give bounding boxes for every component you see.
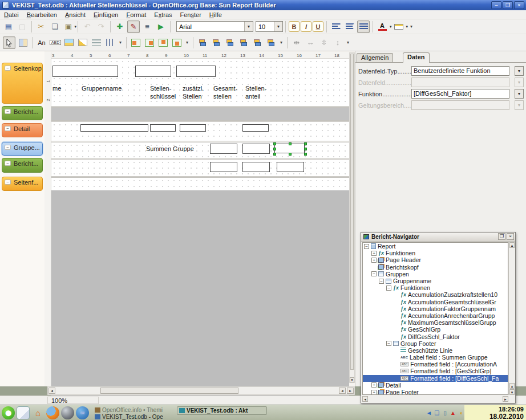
volume-icon[interactable]: ◄ xyxy=(425,409,433,417)
expand-icon[interactable]: + xyxy=(371,390,377,395)
tree-item[interactable]: +Page Header xyxy=(363,256,508,263)
report-field-box[interactable] xyxy=(242,124,269,132)
align-left-button[interactable] xyxy=(330,21,342,33)
collapse-icon[interactable]: − xyxy=(5,180,11,185)
label-field-icon[interactable]: An xyxy=(35,36,48,49)
menu-ansicht[interactable]: Ansicht xyxy=(61,11,90,19)
chart-icon[interactable] xyxy=(76,36,89,49)
tree-item[interactable]: ƒxAccumulationGesamtschlüsselGr xyxy=(363,299,508,305)
resize-options-icon[interactable]: ▾ xyxy=(345,36,351,49)
graphic-icon[interactable] xyxy=(63,36,75,49)
font-size-combo[interactable]: 10▼ xyxy=(256,21,283,32)
tree-item[interactable]: ABCFormatted field : [DiffGesSchl_Fa xyxy=(363,375,508,382)
text-box-icon[interactable]: ABD xyxy=(49,36,62,49)
report-field-box[interactable] xyxy=(176,66,216,77)
horizontal-line-icon[interactable] xyxy=(90,36,103,49)
tree-item[interactable]: Berichtskopf xyxy=(363,264,508,271)
klipper-icon[interactable]: ▯ xyxy=(441,409,449,417)
report-field-box[interactable] xyxy=(242,144,270,154)
font-name-dropdown-icon[interactable]: ▼ xyxy=(244,22,253,31)
taskbar-clock[interactable]: 18:26:09 18.02.2010 xyxy=(464,405,526,420)
vertical-line-icon[interactable] xyxy=(104,36,116,49)
report-header-section[interactable] xyxy=(51,108,349,120)
column-header-label[interactable]: Stellen- schlüssel xyxy=(150,84,176,100)
tree-item[interactable]: ƒxAccumulationAnrechenbarGrupp xyxy=(363,312,508,319)
select-report-icon[interactable] xyxy=(17,36,29,49)
tree-item[interactable]: −Gruppenname xyxy=(363,278,508,284)
navigator-vertical-scrollbar[interactable]: ▲ ▲ ▼ xyxy=(508,242,515,395)
scroll-left2-icon[interactable]: ◄ xyxy=(339,388,346,394)
menu-bearbeiten[interactable]: Bearbeiten xyxy=(23,11,61,19)
object-align-bottom-icon[interactable] xyxy=(265,36,277,49)
section-align-options-icon[interactable]: ▾ xyxy=(184,36,190,49)
tab-daten[interactable]: Daten xyxy=(403,52,430,63)
group-footer-label[interactable]: Summen Gruppe xyxy=(146,145,194,153)
bold-button[interactable]: B xyxy=(289,21,300,32)
cut-icon[interactable]: ✂ xyxy=(35,21,47,33)
column-header-label[interactable]: me xyxy=(52,84,61,92)
selection-handle[interactable] xyxy=(273,142,276,145)
tree-item[interactable]: ABCLabel field : Summen Gruppe xyxy=(363,354,508,361)
align-right-button[interactable] xyxy=(357,21,370,33)
scroll-left-icon[interactable]: ◄ xyxy=(48,388,55,394)
printer-icon[interactable]: ❑ xyxy=(433,409,441,417)
combo-dropdown-icon[interactable]: ▼ xyxy=(515,66,524,76)
section-tab-seitenf[interactable]: −Seitenf... xyxy=(2,177,43,191)
hscroll-thumb[interactable] xyxy=(100,388,238,394)
report-field-box[interactable] xyxy=(277,162,304,172)
tree-item[interactable]: ABCFormatted field : [AccumulationA xyxy=(363,361,508,368)
expand-icon[interactable]: + xyxy=(371,382,377,388)
navigator-horizontal-scrollbar[interactable]: ◄ ► xyxy=(362,395,508,403)
canvas-horizontal-scrollbar[interactable]: ◄ ◄ ► xyxy=(47,386,355,395)
selection-handle[interactable] xyxy=(304,142,307,145)
task-button[interactable]: VEKIST_Test.odb : Akt xyxy=(177,406,267,415)
align-section-bottom-icon[interactable] xyxy=(171,36,183,49)
detail-section[interactable] xyxy=(51,122,349,141)
copy-icon[interactable]: ❏ xyxy=(48,21,61,33)
vscroll-thumb[interactable] xyxy=(350,54,354,370)
scroll-right-icon[interactable]: ► xyxy=(347,388,354,394)
combo-dropdown-icon[interactable]: ▼ xyxy=(515,89,524,99)
restore-button[interactable]: ❐ xyxy=(503,1,513,9)
underline-button[interactable]: U xyxy=(313,21,323,32)
font-size-dropdown-icon[interactable]: ▼ xyxy=(274,22,282,31)
property-value-combo[interactable]: [DiffGesSchl_Faktor] xyxy=(411,89,509,99)
collapse-icon[interactable]: − xyxy=(5,66,11,71)
report-field-box[interactable] xyxy=(210,162,237,172)
nav-scroll-left-icon[interactable]: ◄ xyxy=(362,396,368,402)
selection-handle[interactable] xyxy=(273,153,276,156)
window-titlebar[interactable]: VEKIST_Test.odb : Aktueller Stellenschlü… xyxy=(0,0,526,10)
property-value-combo[interactable]: Benutzerdefinierte Funktion xyxy=(411,66,509,76)
warning-icon[interactable]: ▲ xyxy=(449,409,457,417)
toolbar1-overflow-icon[interactable]: ▾ xyxy=(408,21,414,33)
align-section-left-icon[interactable] xyxy=(130,36,142,49)
align-center-button[interactable] xyxy=(343,21,356,33)
tree-item[interactable]: ƒxGesSchlGrp xyxy=(363,326,508,333)
nav-scroll-up-icon[interactable]: ▲ xyxy=(509,242,515,248)
tree-item[interactable]: ƒxDiffGesSchl_Faktor xyxy=(363,333,508,340)
object-align-center-icon[interactable] xyxy=(210,36,222,49)
report-field-box[interactable] xyxy=(210,144,237,154)
font-color-dropdown-icon[interactable]: ▾ xyxy=(390,25,392,29)
security-icon[interactable]: ◖ xyxy=(457,409,465,417)
object-align-left-icon[interactable] xyxy=(196,36,209,49)
selection-handle[interactable] xyxy=(304,153,307,156)
collapse-icon[interactable]: − xyxy=(371,271,377,276)
report-design-canvas[interactable]: meGruppennameStellen- schlüsselzusätzl. … xyxy=(51,59,349,420)
report-field-box[interactable] xyxy=(52,66,118,77)
object-align-middle-icon[interactable] xyxy=(251,36,264,49)
tree-item[interactable]: +Detail xyxy=(363,382,508,389)
collapse-icon[interactable]: − xyxy=(5,109,11,114)
page-header-section[interactable]: meGruppennameStellen- schlüsselzusätzl. … xyxy=(51,59,349,106)
selected-field-box[interactable] xyxy=(274,144,305,153)
collapse-icon[interactable]: − xyxy=(5,145,11,150)
close-button[interactable]: × xyxy=(514,1,524,9)
add-field-icon[interactable]: ✚ xyxy=(114,21,126,33)
scroll-down-icon[interactable]: ▼ xyxy=(350,377,354,382)
italic-button[interactable]: I xyxy=(301,21,311,32)
tree-item[interactable]: −ƒxFunktionen xyxy=(363,284,508,291)
selection-handle[interactable] xyxy=(289,153,292,156)
report-properties-icon[interactable]: ✎ xyxy=(127,21,140,33)
font-color-button[interactable]: A xyxy=(376,21,389,33)
select-pointer-icon[interactable] xyxy=(3,36,15,49)
